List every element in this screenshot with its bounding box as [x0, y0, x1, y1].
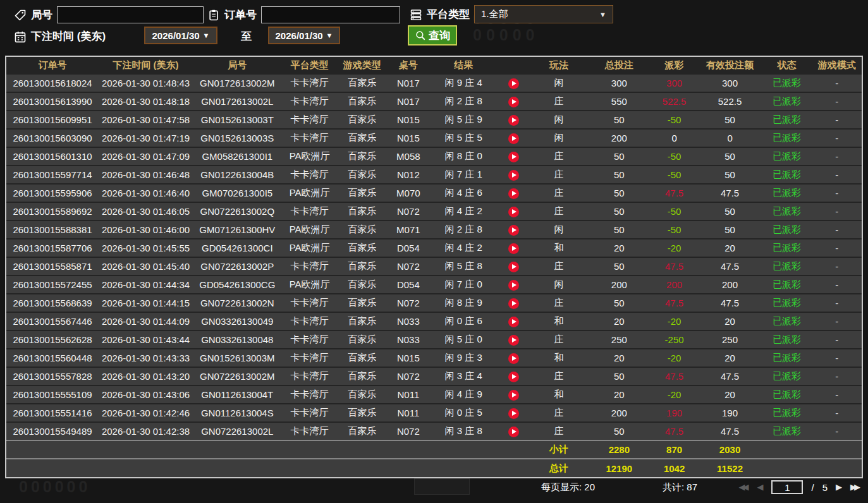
order-filter-group: 订单号 — [207, 6, 400, 23]
cell-game-type: 百家乐 — [338, 330, 387, 349]
cell-game-type: 百家乐 — [338, 404, 387, 422]
table-totals: 小计 2280 870 2030 总计 12190 1042 11522 — [6, 440, 862, 477]
cell-bet-on: 庄 — [530, 294, 588, 312]
page-size-label: 每页显示: 20 — [541, 482, 595, 494]
cell-bet-time: 2026-01-30 01:45:55 — [99, 239, 193, 257]
table-body: 2601300156180242026-01-30 01:48:43GN0172… — [6, 74, 862, 440]
calendar-icon — [14, 30, 27, 43]
col-valid-bet: 有效投注额 — [699, 57, 762, 74]
cell-replay — [498, 239, 530, 257]
cell-table-no: N015 — [387, 111, 430, 129]
table-row: 2601300156099512026-01-30 01:47:58GN0152… — [6, 111, 862, 129]
play-video-icon[interactable] — [508, 152, 519, 162]
cell-payout: -50 — [651, 221, 699, 239]
cell-order-id: 260130015587706 — [6, 239, 99, 257]
cell-round-id: GD054261300CG — [193, 276, 282, 294]
cell-platform: 卡卡湾厅 — [282, 129, 338, 147]
cell-order-id: 260130015567446 — [6, 312, 99, 330]
cell-round-id: GN0722613002Q — [193, 202, 282, 221]
date-to-picker[interactable]: 2026/01/30 ▼ — [268, 27, 340, 44]
cell-replay — [498, 147, 530, 166]
cell-bet-on: 和 — [530, 312, 588, 330]
round-filter-group: 局号 — [14, 6, 204, 23]
order-label: 订单号 — [224, 8, 257, 22]
cell-platform: 卡卡湾厅 — [282, 330, 338, 349]
play-video-icon[interactable] — [508, 390, 519, 401]
cell-bet-time: 2026-01-30 01:45:40 — [99, 257, 193, 276]
cell-game-mode: - — [812, 294, 862, 312]
first-page-button[interactable]: ◀◀ — [738, 480, 749, 495]
cell-order-id: 260130015549489 — [6, 422, 99, 440]
play-video-icon[interactable] — [508, 133, 519, 144]
cell-game-type: 百家乐 — [338, 385, 387, 404]
cell-platform: 卡卡湾厅 — [282, 202, 338, 221]
cell-order-id: 260130015585871 — [6, 257, 99, 276]
cell-payout: 190 — [651, 404, 699, 422]
subtotal-row: 小计 2280 870 2030 — [6, 440, 862, 459]
cell-result: 闲 7 庄 0 — [430, 276, 498, 294]
play-video-icon[interactable] — [508, 298, 519, 309]
cell-round-id: GN0722613002N — [193, 294, 282, 312]
play-video-icon[interactable] — [508, 262, 519, 272]
table-header: 订单号 下注时间 (美东) 局号 平台类型 游戏类型 桌号 结果 玩法 总投注 … — [6, 57, 862, 74]
play-video-icon[interactable] — [508, 372, 519, 382]
cell-table-no: N015 — [387, 349, 430, 367]
grand-total-total-bet: 12190 — [588, 459, 651, 477]
date-from-picker[interactable]: 2026/01/30 ▼ — [144, 27, 217, 44]
play-video-icon[interactable] — [508, 78, 519, 89]
table-row: 2601300155578282026-01-30 01:43:20GN0722… — [6, 367, 862, 385]
cell-bet-on: 庄 — [530, 422, 588, 440]
cell-game-mode: - — [812, 239, 862, 257]
play-video-icon[interactable] — [508, 335, 519, 346]
play-video-icon[interactable] — [508, 427, 519, 437]
cell-replay — [498, 166, 530, 184]
col-bet-time: 下注时间 (美东) — [99, 57, 193, 74]
play-video-icon[interactable] — [508, 353, 519, 364]
round-input[interactable] — [57, 6, 204, 23]
cell-round-id: GN03326130048 — [193, 330, 282, 349]
cell-total-bet: 200 — [588, 129, 651, 147]
play-video-icon[interactable] — [508, 243, 519, 254]
play-video-icon[interactable] — [508, 408, 519, 419]
col-table-no: 桌号 — [387, 57, 430, 74]
cell-bet-on: 庄 — [530, 404, 588, 422]
cell-game-type: 百家乐 — [338, 74, 387, 92]
cell-game-mode: - — [812, 404, 862, 422]
next-page-button[interactable]: ▶ — [836, 480, 842, 495]
cell-platform: PA欧洲厅 — [282, 184, 338, 202]
cell-round-id: GN0722613002M — [193, 367, 282, 385]
cell-game-type: 百家乐 — [338, 257, 387, 276]
cell-valid-bet: 20 — [699, 239, 762, 257]
search-icon — [415, 30, 426, 41]
page-number-input[interactable] — [771, 480, 803, 494]
cell-payout: 47.5 — [651, 367, 699, 385]
play-video-icon[interactable] — [508, 225, 519, 236]
cell-payout: -50 — [651, 166, 699, 184]
search-button[interactable]: 查询 — [408, 25, 457, 45]
platform-select[interactable]: 1.全部 ▼ — [474, 5, 613, 23]
cell-result: 闲 4 庄 2 — [430, 202, 498, 221]
cell-result: 闲 4 庄 2 — [430, 239, 498, 257]
cell-table-no: D054 — [387, 276, 430, 294]
cell-total-bet: 50 — [588, 147, 651, 166]
cell-result: 闲 0 庄 6 — [430, 312, 498, 330]
play-video-icon[interactable] — [508, 207, 519, 217]
play-video-icon[interactable] — [508, 170, 519, 181]
cell-status: 已派彩 — [762, 129, 812, 147]
play-video-icon[interactable] — [508, 115, 519, 126]
cell-payout: -20 — [651, 349, 699, 367]
cell-bet-time: 2026-01-30 01:48:43 — [99, 74, 193, 92]
cell-bet-on: 庄 — [530, 202, 588, 221]
play-video-icon[interactable] — [508, 317, 519, 327]
cell-status: 已派彩 — [762, 330, 812, 349]
col-result: 结果 — [430, 57, 498, 74]
play-video-icon[interactable] — [508, 280, 519, 291]
last-page-button[interactable]: ▶▶ — [850, 480, 860, 495]
col-game-type: 游戏类型 — [338, 57, 387, 74]
prev-page-button[interactable]: ◀ — [757, 480, 763, 495]
order-input[interactable] — [261, 6, 400, 23]
cell-round-id: GN0152613003M — [193, 349, 282, 367]
play-video-icon[interactable] — [508, 97, 519, 107]
play-video-icon[interactable] — [508, 188, 519, 199]
cell-table-no: M058 — [387, 147, 430, 166]
